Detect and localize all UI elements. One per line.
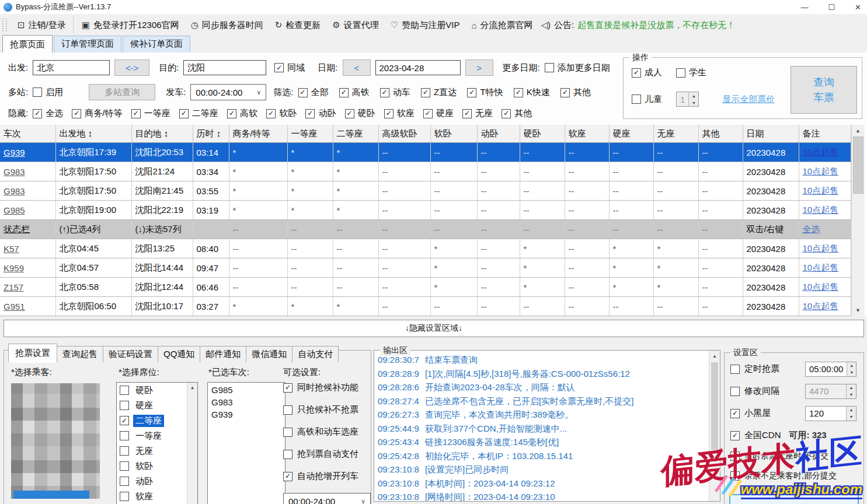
hide-seat-checkbox[interactable]: 硬卧 [345, 108, 375, 119]
adult-checkbox[interactable]: 成人 [632, 67, 662, 78]
column-header[interactable]: 日期 [743, 125, 799, 143]
note-link[interactable]: 10点起售 [803, 186, 839, 195]
swap-stations-button[interactable]: <-> [114, 60, 149, 76]
blackroom-checkbox[interactable] [730, 409, 740, 418]
seat-option[interactable]: 动卧 [117, 474, 187, 489]
settings-tab[interactable]: 查询起售 [57, 346, 103, 362]
table-row[interactable]: K57 北京04:45 沈阳13:25 08:40 -- -- -- -- * … [0, 239, 851, 258]
column-header[interactable]: 高级软卧 [378, 125, 430, 143]
column-header[interactable]: 动卧 [477, 125, 520, 143]
settings-tab[interactable]: 自动支付 [292, 346, 339, 362]
depart-time-dropdown[interactable]: 00:00-24:00 ∨ [190, 84, 266, 100]
arrow-up-icon[interactable]: ▲ [847, 384, 856, 391]
query-tickets-button[interactable]: 查询 车票 [791, 66, 857, 114]
hide-seat-checkbox[interactable]: 其他 [502, 108, 532, 119]
seat-option[interactable]: 硬座 [117, 398, 187, 413]
hide-seat-checkbox[interactable]: 软卧 [266, 108, 297, 119]
table-row[interactable]: G983 北京朝阳17:50 沈阳21:24 03:34 * * * -- --… [0, 162, 851, 181]
seat-option[interactable]: 软卧 [117, 459, 187, 474]
seat-option[interactable]: 硬卧 [117, 383, 187, 398]
note-link[interactable]: 10点起售 [803, 301, 839, 311]
seat-option[interactable]: 软座 [117, 489, 187, 504]
dest-input[interactable] [183, 60, 266, 75]
hide-seat-checkbox[interactable]: 高软 [227, 108, 257, 119]
multi-station-query-button[interactable]: 多站查询 [89, 84, 155, 100]
toolbar-button[interactable]: ⚙ 设置代理 [326, 16, 384, 34]
selected-train-item[interactable]: G983 [211, 396, 281, 408]
column-header[interactable]: 软卧 [430, 125, 477, 143]
table-scrollbar[interactable]: ▲ ▼ [851, 125, 865, 316]
hide-seat-checkbox[interactable]: 一等座 [131, 108, 170, 119]
toolbar-button[interactable]: ↻ 检查更新 [269, 16, 327, 34]
blackroom-stepper[interactable]: 120 ▲▼ [805, 406, 856, 421]
multi-enable-checkbox[interactable]: 启用 [33, 87, 63, 98]
train-number-link[interactable]: G939 [0, 143, 55, 162]
settings-tab[interactable]: 微信通知 [246, 346, 293, 362]
hide-seat-checkbox[interactable]: 二等座 [179, 108, 218, 119]
note-link[interactable]: 10点起售 [803, 282, 839, 292]
student-checkbox[interactable]: 学生 [676, 67, 706, 78]
maximize-button[interactable]: ☐ [828, 3, 835, 12]
arrow-up-icon[interactable]: ▲ [847, 407, 856, 414]
seat-option[interactable]: 二等座 [117, 413, 187, 428]
hide-seat-checkbox[interactable]: 商务/特等 [72, 108, 122, 119]
prev-date-button[interactable]: < [343, 60, 371, 76]
optional-setting-checkbox[interactable]: 抢到票自动支付 [283, 449, 371, 460]
interval-stepper[interactable]: 4470 ▲▼ [805, 384, 856, 399]
selected-train-item[interactable]: G939 [211, 408, 281, 421]
arrow-down-icon[interactable]: ▼ [847, 369, 856, 376]
arrow-down-icon[interactable]: ▼ [847, 391, 856, 398]
note-link[interactable]: 10点起售 [803, 166, 839, 176]
show-all-prices-link[interactable]: 显示全部票价 [722, 94, 775, 105]
train-type-checkbox[interactable]: 动车 [380, 87, 410, 98]
realtime-noseat-checkbox[interactable] [730, 452, 740, 461]
optional-setting-checkbox[interactable]: 只抢候补不抢票 [283, 404, 371, 415]
table-row[interactable]: G951 北京朝阳06:50 沈阳北10:17 03:27 * * * -- -… [0, 297, 851, 316]
stepper-arrows[interactable]: ▲▼ [846, 384, 856, 398]
train-number-link[interactable]: G983 [0, 181, 55, 201]
grab-time-range-dropdown[interactable]: 00:00-24:00 ∨ [283, 493, 371, 504]
column-header[interactable]: 备注 [799, 125, 851, 143]
toolbar-button[interactable]: ⊡ 注销/登录 [12, 16, 72, 34]
toolbar-button[interactable]: ◷ 同步服务器时间 [185, 16, 269, 34]
seat-option[interactable]: 无座 [117, 443, 187, 459]
train-type-checkbox[interactable]: 其他 [560, 87, 591, 98]
bottom-action-button[interactable] [729, 494, 859, 504]
table-row[interactable]: K959 北京04:57 沈阳北14:44 09:47 -- -- -- -- … [0, 258, 851, 278]
train-type-checkbox[interactable]: 全部 [298, 87, 329, 98]
passenger-list-blurred[interactable] [11, 383, 100, 499]
train-number-link[interactable]: G983 [0, 162, 55, 181]
column-header[interactable]: 其他 [698, 125, 743, 143]
settings-tab[interactable]: 抢票设置 [8, 344, 57, 363]
optional-setting-checkbox[interactable]: 同时抢候补功能 [283, 382, 371, 393]
arrow-up-icon[interactable]: ▲ [847, 362, 856, 369]
stepper-arrows[interactable]: ▲▼ [846, 407, 856, 421]
arrow-up-icon[interactable]: ▲ [689, 92, 698, 99]
column-header[interactable]: 一等座 [287, 125, 333, 143]
column-header[interactable]: 历时 ↕ [193, 125, 229, 143]
toolbar-button[interactable]: ▣ 免登录打开12306官网 [73, 16, 185, 34]
close-button[interactable]: ✕ [855, 3, 861, 12]
column-header[interactable]: 硬卧 [520, 125, 565, 143]
train-number-link[interactable]: Z157 [0, 278, 55, 297]
toolbar-button[interactable]: ♡ 赞助与注册VIP [385, 16, 466, 34]
scroll-up-icon[interactable]: ▲ [852, 125, 865, 136]
train-number-link[interactable]: K57 [0, 239, 55, 258]
hide-seat-checkbox[interactable]: 硬座 [423, 108, 454, 119]
selected-train-item[interactable]: G985 [211, 384, 281, 396]
timed-grab-stepper[interactable]: 05:00:00 ▲▼ [805, 362, 856, 377]
column-header[interactable]: 商务/特等 [229, 125, 287, 143]
scroll-down-icon[interactable]: ▼ [852, 304, 865, 316]
same-city-checkbox[interactable]: 同域 [274, 62, 305, 74]
seat-option[interactable]: 一等座 [117, 428, 187, 443]
train-type-checkbox[interactable]: Z直达 [421, 87, 457, 98]
scroll-up-icon[interactable]: ▲ [709, 351, 720, 361]
stepper-arrows[interactable]: ▲▼ [847, 362, 856, 376]
train-type-checkbox[interactable]: T特快 [467, 87, 503, 98]
table-row[interactable]: G939 北京朝阳17:39 沈阳北20:53 03:14 * * * -- -… [0, 143, 851, 162]
main-tab[interactable]: 抢票页面 [2, 35, 53, 53]
child-count-stepper[interactable]: 1 ▲▼ [676, 92, 699, 107]
settings-tab[interactable]: QQ通知 [158, 346, 200, 362]
note-link[interactable]: 全选 [803, 224, 820, 234]
hide-seat-checkbox[interactable]: 软座 [384, 108, 415, 119]
